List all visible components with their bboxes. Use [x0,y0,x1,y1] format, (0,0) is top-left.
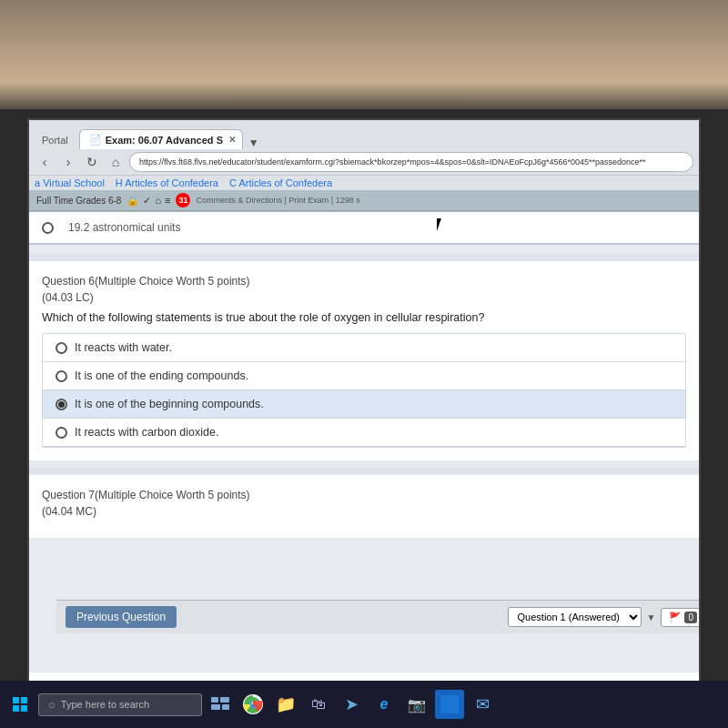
question7-title: Question 7 [42,489,95,501]
tab-exam[interactable]: 📄 Exam: 06.07 Advanced S ✕ [79,129,243,149]
exam-tab-icon: 📄 [89,134,102,146]
toolbar-icons: 🔒 ✓ ⌂ ≡ [126,195,170,207]
mail-icon[interactable]: ✉ [468,690,497,719]
svg-rect-0 [211,697,218,703]
svg-rect-1 [220,697,229,703]
bookmarks-bar: a Virtual School H Articles of Confedera… [29,175,699,190]
laptop-background [0,0,728,118]
option-a[interactable]: It reacts with water. [43,334,685,362]
radio-a[interactable] [56,342,67,354]
option-c-label: It is one of the beginning compounds. [75,398,264,410]
svg-rect-3 [222,704,229,710]
dropdown-arrow: ▼ [647,612,656,622]
prev-answer-option: 19.2 astronomical units [42,221,686,234]
tab-dropdown-icon[interactable]: ▼ [248,136,259,149]
svg-rect-2 [211,704,220,710]
back-button[interactable]: ‹ [35,152,55,172]
toolbar-badge: 31 [176,193,190,207]
question-separator [29,254,699,261]
question7-separator [29,468,699,475]
url-bar-row: ‹ › ↻ ⌂ [29,149,699,175]
question6-text: Which of the following statements is tru… [42,311,686,324]
question6-block: Question 6(Multiple Choice Worth 5 point… [29,261,699,460]
prev-question-button[interactable]: Previous Question [66,606,177,628]
browser-screen: Portal 📄 Exam: 06.07 Advanced S ✕ ▼ ‹ › … [27,118,701,682]
option-b[interactable]: It is one of the ending compounds. [43,362,685,390]
option-a-label: It reacts with water. [75,341,172,354]
windows-logo [13,697,27,712]
prev-radio[interactable] [42,222,54,234]
bookmark-virtual-school[interactable]: a Virtual School [35,177,105,188]
radio-c[interactable] [56,399,67,410]
windows-start-button[interactable] [5,690,35,719]
toolbar-text: Full Time Grades 6-8 [36,196,121,206]
question-nav: Question 1 (Answered) ▼ 🚩 0 📷 [508,607,701,627]
search-label: Type here to search [61,699,149,710]
question6-title: Question 6 [42,275,95,288]
option-c[interactable]: It is one of the beginning compounds. [43,390,685,419]
chrome-taskbar-icon[interactable] [238,690,268,719]
bookmark-articles-1[interactable]: H Articles of Confedera [116,177,218,188]
radio-d[interactable] [56,427,67,439]
flag-button[interactable]: 🚩 0 📷 [661,608,701,627]
question7-header: Question 7(Multiple Choice Worth 5 point… [42,488,686,501]
bookmark-articles-2[interactable]: C Articles of Confedera [229,177,332,188]
browser-chrome: Portal 📄 Exam: 06.07 Advanced S ✕ ▼ ‹ › … [29,120,699,212]
question6-meta: (Multiple Choice Worth 5 points) [95,275,250,288]
tab-close-icon[interactable]: ✕ [228,135,236,145]
active-app-icon[interactable] [435,690,464,719]
radio-b[interactable] [56,370,67,382]
question6-sub: (04.03 LC) [42,291,686,304]
edge-icon[interactable]: e [369,690,399,719]
arrow-icon[interactable]: ➤ [337,690,366,719]
store-icon[interactable]: 🛍 [304,690,333,719]
taskbar: ○ Type here to search 📁 🛍 ➤ e 📷 ✉ [0,681,728,728]
exam-tab-label: Exam: 06.07 Advanced S [106,135,223,146]
tab-bar: Portal 📄 Exam: 06.07 Advanced S ✕ ▼ [29,120,699,149]
file-explorer-icon[interactable]: 📁 [271,690,300,719]
question-dropdown[interactable]: Question 1 (Answered) [508,607,642,627]
question7-sub: (04.04 MC) [42,505,686,518]
prev-answer-text: 19.2 astronomical units [68,221,180,234]
url-input[interactable] [129,152,693,172]
option-d-label: It reacts with carbon dioxide. [75,426,218,439]
search-icon: ○ [48,698,56,712]
taskview-button[interactable] [206,690,235,719]
question7-meta: (Multiple Choice Worth 5 points) [95,489,250,501]
question7-block: Question 7(Multiple Choice Worth 5 point… [29,475,699,538]
option-d[interactable]: It reacts with carbon dioxide. [43,419,685,447]
portal-tab-label: Portal [42,135,68,146]
exam-toolbar: Full Time Grades 6-8 🔒 ✓ ⌂ ≡ 31 Comments… [29,190,699,211]
option-b-label: It is one of the ending compounds. [75,369,248,382]
question6-options: It reacts with water. It is one of the e… [42,333,686,448]
toolbar-info: Comments & Directions | Print Exam | 129… [196,196,359,205]
home-button[interactable]: ⌂ [106,152,126,172]
flag-icon: 🚩 [669,612,682,623]
taskbar-search[interactable]: ○ Type here to search [38,693,202,716]
flag-count: 0 [684,612,697,623]
refresh-button[interactable]: ↻ [82,152,102,172]
forward-button[interactable]: › [58,152,78,172]
flag-camera-icon: 📷 [700,612,701,623]
question6-header: Question 6(Multiple Choice Worth 5 point… [42,274,686,288]
prev-answer-section: 19.2 astronomical units [29,212,699,245]
camera-icon[interactable]: 📷 [402,690,431,719]
bottom-nav: Previous Question Question 1 (Answered) … [56,600,701,633]
tab-portal[interactable]: Portal [33,131,77,149]
